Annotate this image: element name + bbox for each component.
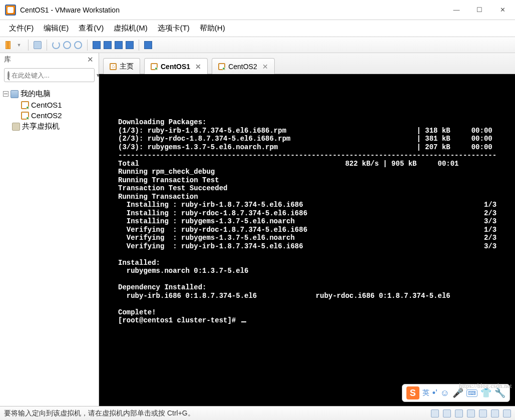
console-button[interactable]	[92, 40, 102, 50]
menu-view[interactable]: 查看(V)	[75, 22, 108, 35]
shared-icon	[12, 123, 20, 131]
vm-icon	[21, 101, 29, 109]
menu-file[interactable]: 文件(F)	[5, 22, 38, 35]
statusbar-text: 要将输入定向到该虚拟机，请在虚拟机内部单击或按 Ctrl+G。	[4, 409, 431, 418]
sidebar-close-button[interactable]: ✕	[86, 55, 95, 64]
tab-label: 主页	[120, 62, 134, 71]
titlebar: CentOS1 - VMware Workstation — ☐ ✕	[0, 0, 515, 20]
home-icon	[110, 63, 117, 70]
tree-label: 我的电脑	[21, 89, 51, 99]
computer-icon	[11, 90, 19, 98]
tree-node-my-computer[interactable]: 我的电脑	[2, 88, 97, 100]
device-sound-icon[interactable]	[479, 409, 487, 417]
ime-keyboard-icon[interactable]: ⌨	[466, 389, 477, 397]
snapshot-button[interactable]	[33, 40, 43, 50]
search-icon	[8, 71, 10, 79]
menu-tabs[interactable]: 选项卡(T)	[154, 22, 194, 35]
tab-strip: 主页 CentOS1 ✕ CentOS2 ✕	[99, 53, 515, 74]
tab-close-button[interactable]: ✕	[193, 63, 201, 71]
device-network-icon[interactable]	[455, 409, 463, 417]
tree-label: 共享虚拟机	[22, 122, 60, 131]
tree-node-shared-vms[interactable]: 共享虚拟机	[2, 121, 97, 132]
ime-settings-icon[interactable]: 🔧	[494, 387, 505, 398]
ime-mode-label[interactable]: 英	[422, 388, 429, 397]
manage-snapshots-button[interactable]	[73, 40, 83, 50]
vm-icon	[21, 112, 29, 120]
ime-punct-icon[interactable]: •'	[432, 388, 437, 398]
toolbar: ▼	[0, 37, 515, 53]
tab-label: CentOS1	[161, 63, 190, 71]
collapse-icon[interactable]	[3, 91, 9, 97]
sidebar: 库 ✕ ▼ 我的电脑 CentOS1 CentOS2 共	[0, 53, 99, 406]
maximize-button[interactable]: ☐	[468, 0, 491, 20]
terminal-output[interactable]: Downloading Packages: (1/3): ruby-irb-1.…	[99, 74, 515, 406]
sogou-icon[interactable]: S	[406, 386, 419, 399]
menubar: 文件(F) 编辑(E) 查看(V) 虚拟机(M) 选项卡(T) 帮助(H)	[0, 20, 515, 37]
window-title: CentOS1 - VMware Workstation	[20, 6, 445, 14]
device-usb-icon[interactable]	[467, 409, 475, 417]
device-printer-icon[interactable]	[491, 409, 499, 417]
tab-label: CentOS2	[228, 63, 257, 71]
app-icon	[5, 5, 16, 16]
ime-voice-icon[interactable]: 🎤	[452, 387, 463, 398]
pause-button[interactable]	[3, 40, 13, 50]
unity-button[interactable]	[103, 40, 113, 50]
dropdown-icon[interactable]: ▼	[14, 40, 24, 50]
search-input-box[interactable]: ▼	[4, 68, 95, 82]
vm-icon	[151, 63, 158, 70]
statusbar: 要将输入定向到该虚拟机，请在虚拟机内部单击或按 Ctrl+G。	[0, 406, 515, 420]
device-cd-icon[interactable]	[443, 409, 451, 417]
multimonitor-button[interactable]	[125, 40, 135, 50]
tree-node-centos1[interactable]: CentOS1	[2, 100, 97, 110]
search-input[interactable]	[12, 72, 96, 79]
minimize-button[interactable]: —	[445, 0, 468, 20]
tree-label: CentOS1	[31, 101, 62, 109]
fullscreen-button[interactable]	[114, 40, 124, 50]
tree-node-centos2[interactable]: CentOS2	[2, 110, 97, 121]
device-hdd-icon[interactable]	[431, 409, 439, 417]
menu-help[interactable]: 帮助(H)	[196, 22, 229, 35]
tree-label: CentOS2	[31, 111, 62, 120]
tab-centos1[interactable]: CentOS1 ✕	[144, 58, 208, 74]
vm-icon	[218, 63, 225, 70]
tab-centos2[interactable]: CentOS2 ✕	[212, 58, 275, 74]
tab-home[interactable]: 主页	[103, 58, 140, 74]
menu-edit[interactable]: 编辑(E)	[40, 22, 73, 35]
library-button[interactable]	[143, 40, 153, 50]
ime-emoji-icon[interactable]: ☺	[440, 388, 449, 398]
ime-toolbar[interactable]: S 英 •' ☺ 🎤 ⌨ 👕 🔧	[402, 384, 510, 402]
sidebar-title: 库	[4, 55, 11, 64]
ime-skin-icon[interactable]: 👕	[480, 387, 491, 398]
snapshot2-button[interactable]	[62, 40, 72, 50]
menu-vm[interactable]: 虚拟机(M)	[110, 22, 152, 35]
device-display-icon[interactable]	[503, 409, 511, 417]
tab-close-button[interactable]: ✕	[260, 63, 268, 71]
close-button[interactable]: ✕	[491, 0, 514, 20]
revert-button[interactable]	[51, 40, 61, 50]
library-tree: 我的电脑 CentOS1 CentOS2 共享虚拟机	[0, 85, 99, 406]
